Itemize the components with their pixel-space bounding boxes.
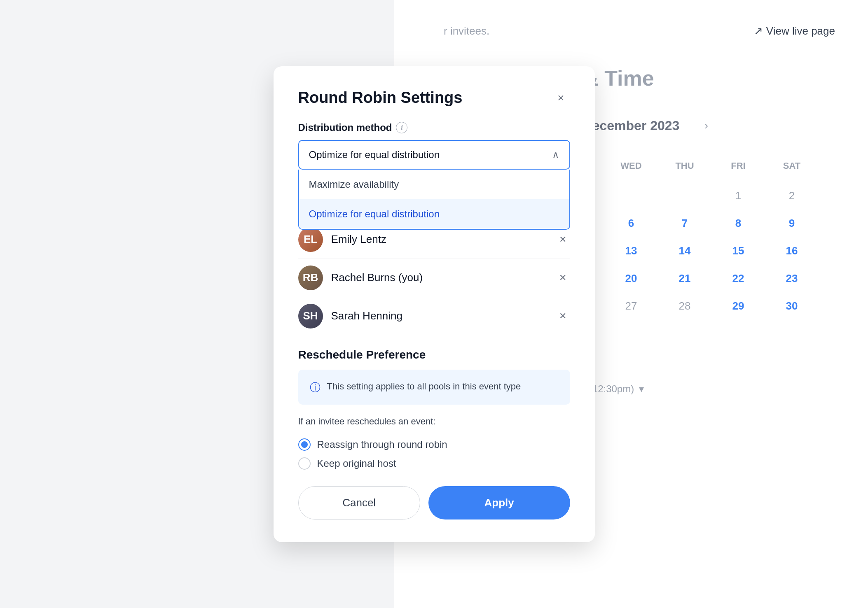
- remove-host-rachel-btn[interactable]: ✕: [555, 270, 570, 285]
- radio-reassign-label: Reassign through round robin: [317, 439, 447, 450]
- reschedule-section-title: Reschedule Preference: [298, 348, 570, 361]
- remove-host-emily-btn[interactable]: ✕: [555, 232, 570, 247]
- distribution-dropdown[interactable]: Optimize for equal distribution ∧ Maximi…: [298, 140, 570, 170]
- remove-host-sarah-btn[interactable]: ✕: [555, 309, 570, 324]
- cancel-button[interactable]: Cancel: [298, 486, 420, 519]
- modal-title: Round Robin Settings: [298, 89, 463, 107]
- modal-overlay: Round Robin Settings × Distribution meth…: [0, 0, 868, 608]
- dropdown-selected-value: Optimize for equal distribution: [309, 149, 440, 161]
- avatar-emily: EL: [298, 227, 323, 252]
- info-banner: ⓘ This setting applies to all pools in t…: [298, 370, 570, 405]
- host-name-sarah: Sarah Henning: [331, 310, 555, 322]
- info-banner-text: This setting applies to all pools in thi…: [327, 380, 521, 393]
- radio-keep-original-label: Keep original host: [317, 458, 396, 469]
- dropdown-select-field[interactable]: Optimize for equal distribution ∧: [298, 140, 570, 170]
- radio-keep-original-circle[interactable]: [298, 457, 311, 470]
- host-item-rachel: RB Rachel Burns (you) ✕: [298, 259, 570, 297]
- radio-reassign-circle[interactable]: [298, 438, 311, 451]
- page-wrapper: r invitees. ↗ View live page Select a Da…: [0, 0, 868, 608]
- host-name-rachel: Rachel Burns (you): [331, 271, 555, 284]
- distribution-info-icon[interactable]: i: [396, 122, 407, 133]
- host-item-sarah: SH Sarah Henning ✕: [298, 297, 570, 335]
- host-list: EL Emily Lentz ✕ RB Rachel Burns (you) ✕…: [298, 221, 570, 335]
- avatar-sarah: SH: [298, 304, 323, 328]
- distribution-method-label: Distribution method i: [298, 122, 570, 133]
- dropdown-menu: Maximize availability Optimize for equal…: [298, 170, 570, 230]
- reschedule-question: If an invitee reschedules an event:: [298, 416, 570, 427]
- radio-group-reschedule: Reassign through round robin Keep origin…: [298, 435, 570, 473]
- chevron-up-icon: ∧: [552, 149, 559, 161]
- dropdown-item-equal[interactable]: Optimize for equal distribution: [299, 199, 569, 229]
- host-name-emily: Emily Lentz: [331, 233, 555, 246]
- dropdown-item-maximize[interactable]: Maximize availability: [299, 170, 569, 199]
- close-button[interactable]: ×: [552, 89, 570, 107]
- radio-reassign[interactable]: Reassign through round robin: [298, 435, 570, 454]
- modal-footer: Cancel Apply: [298, 486, 570, 519]
- round-robin-modal: Round Robin Settings × Distribution meth…: [274, 66, 595, 542]
- info-banner-icon: ⓘ: [310, 380, 321, 395]
- apply-button[interactable]: Apply: [428, 486, 570, 519]
- avatar-rachel: RB: [298, 266, 323, 290]
- radio-keep-original[interactable]: Keep original host: [298, 454, 570, 473]
- modal-header: Round Robin Settings ×: [298, 89, 570, 107]
